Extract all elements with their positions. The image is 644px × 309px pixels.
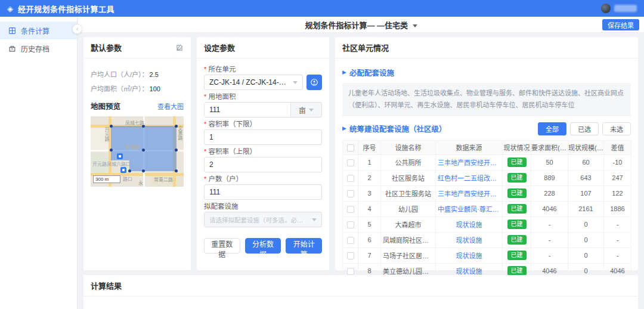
cell-status: 已建 bbox=[503, 232, 531, 248]
planned-facilities-select[interactable]: 请选择拟配套设施（可多选，必配设施会自动计算） bbox=[204, 212, 322, 227]
cell-source: 现状设施 bbox=[436, 248, 503, 263]
sidebar: 条件计算 历史存档 bbox=[0, 17, 78, 309]
cell-source: 中盛实业麟凤·尊汇-波工... bbox=[436, 201, 503, 217]
unit-select[interactable]: ZC-JK-14 / ZC-JK-14-B / ZC-JK-14-B-02 bbox=[204, 75, 303, 90]
source-link[interactable]: 三丰地产西安经开区项目... bbox=[438, 189, 500, 198]
cell-status: 已建 bbox=[503, 248, 531, 263]
far-upper-input[interactable] bbox=[204, 157, 322, 172]
table-row: 1公共厕所三丰地产西安经开区项目...已建5060-10 bbox=[343, 154, 631, 170]
filter-all-button[interactable]: 全部 bbox=[538, 122, 566, 135]
map-road-label: 永 bbox=[138, 181, 143, 186]
avg-population-value: 2.5 bbox=[150, 71, 159, 78]
row-checkbox[interactable] bbox=[347, 190, 354, 197]
cell-diff: - bbox=[604, 248, 631, 263]
sidebar-item-history-archive[interactable]: 历史存档 bbox=[0, 39, 77, 57]
built-status-badge: 已建 bbox=[507, 173, 527, 183]
sidebar-item-condition-calc[interactable]: 条件计算 bbox=[0, 21, 77, 39]
row-checkbox[interactable] bbox=[347, 206, 354, 213]
column-header: 要求面积(㎡) bbox=[531, 140, 568, 154]
row-checkbox[interactable] bbox=[347, 159, 354, 166]
filter-selected-button[interactable]: 已选 bbox=[570, 122, 599, 135]
category-dropdown[interactable]: 规划条件指标计算— —住宅类 bbox=[78, 19, 644, 30]
topbar: ◈ 经开规划条件指标计算工具 bbox=[0, 0, 644, 17]
cell-required-area: 889 bbox=[531, 170, 568, 186]
cell-current-scale: 0 bbox=[568, 248, 604, 263]
default-params-card: 默认参数 户均人口（人/户）：2.5 户均面积（㎡/户）：100 地图预览 查看… bbox=[83, 37, 191, 270]
chevron-down-icon bbox=[293, 81, 298, 84]
land-area-input[interactable] bbox=[205, 103, 290, 117]
source-link[interactable]: 红色村一二五组改造工程... bbox=[438, 173, 500, 183]
cell-source: 三丰地产西安经开区项目... bbox=[436, 186, 503, 201]
source-link[interactable]: 三丰地产西安经开区项目... bbox=[438, 157, 500, 167]
cell-name: 社区卫生服务站 bbox=[381, 186, 436, 201]
row-checkbox[interactable] bbox=[347, 221, 354, 228]
view-large-map-link[interactable]: 查看大图 bbox=[157, 101, 184, 111]
cell-diff: - bbox=[604, 217, 631, 232]
source-link[interactable]: 现状设施 bbox=[456, 251, 482, 260]
map-road-label: 开元路 bbox=[104, 127, 109, 141]
reset-data-button[interactable]: 重置数据 bbox=[204, 238, 240, 254]
analyze-data-button[interactable]: 分析数据 bbox=[245, 238, 281, 254]
map-scale: 300 m bbox=[93, 175, 120, 183]
cell-no: 7 bbox=[358, 248, 381, 263]
map-preview[interactable]: 凤城七路 开元路 文景路 彭德路 开元路凤城六路口 路口 常青二路 永 300 … bbox=[91, 116, 184, 187]
far-upper-field-label: 容积率（上限） bbox=[204, 147, 322, 157]
row-checkbox[interactable] bbox=[347, 252, 354, 259]
household-count-field-label: 户数（户） bbox=[204, 174, 322, 184]
column-header: 序号 bbox=[358, 140, 381, 154]
cell-required-area: 4046 bbox=[531, 201, 568, 217]
far-lower-input[interactable] bbox=[204, 129, 322, 145]
cell-diff: - bbox=[604, 232, 631, 248]
source-link[interactable]: 现状设施 bbox=[456, 266, 482, 276]
table-row: 7马场子社区居委会现状设施已建-0- bbox=[343, 248, 631, 263]
save-result-button[interactable]: 保存结果 bbox=[602, 19, 639, 30]
row-checkbox[interactable] bbox=[347, 268, 354, 275]
locate-on-map-button[interactable] bbox=[306, 75, 322, 90]
row-checkbox[interactable] bbox=[347, 175, 354, 182]
chevron-down-icon bbox=[413, 24, 417, 27]
cell-no: 5 bbox=[358, 217, 381, 232]
bus-station-icon bbox=[120, 167, 126, 173]
household-count-input[interactable] bbox=[204, 184, 322, 200]
map-junction-label: 路口 bbox=[123, 177, 132, 182]
cell-name: 大森超市 bbox=[381, 217, 436, 232]
edit-icon[interactable] bbox=[175, 44, 184, 52]
start-calc-button[interactable]: 开始计算 bbox=[286, 238, 322, 254]
source-link[interactable]: 现状设施 bbox=[456, 220, 482, 229]
page-title: 规划条件指标计算— —住宅类 bbox=[305, 21, 408, 30]
map-junction-label: 开元路凤城六路口 bbox=[92, 162, 131, 167]
row-checkbox bbox=[343, 154, 358, 170]
row-checkbox[interactable] bbox=[347, 237, 354, 244]
map-road-label: 常青二路 bbox=[154, 178, 173, 183]
cell-source: 现状设施 bbox=[436, 217, 503, 232]
filter-unselected-button[interactable]: 未选 bbox=[602, 122, 631, 135]
source-link[interactable]: 现状设施 bbox=[456, 235, 482, 245]
cell-status: 已建 bbox=[503, 201, 531, 217]
map-road-label: 凤城七路 bbox=[125, 121, 144, 126]
select-all-checkbox[interactable] bbox=[347, 144, 354, 152]
cell-required-area: 228 bbox=[531, 186, 568, 201]
user-avatar[interactable] bbox=[601, 4, 611, 13]
row-checkbox bbox=[343, 201, 358, 217]
row-checkbox bbox=[343, 232, 358, 248]
cell-status: 已建 bbox=[503, 154, 531, 170]
community-unit-card: 社区单元情况 ▶ 必配配套设施 儿童老年人活动场地、生活垃圾收集点、物业管理与服… bbox=[335, 37, 638, 270]
table-row: 5大森超市现状设施已建-0- bbox=[343, 217, 631, 232]
grid-icon bbox=[8, 27, 16, 35]
source-link[interactable]: 中盛实业麟凤·尊汇-波工... bbox=[438, 204, 500, 214]
area-unit-select[interactable]: 亩 bbox=[290, 103, 321, 117]
cell-required-area: - bbox=[531, 232, 568, 248]
page-header: 规划条件指标计算— —住宅类 保存结果 bbox=[78, 17, 644, 33]
cell-current-scale: 60 bbox=[568, 154, 604, 170]
username-redacted bbox=[614, 5, 637, 12]
column-header: 差值 bbox=[604, 140, 631, 154]
built-status-badge: 已建 bbox=[507, 220, 527, 229]
chevron-down-icon bbox=[312, 218, 317, 221]
cell-current-scale: 0 bbox=[568, 217, 604, 232]
planned-facilities-field-label: 拟配套设施 bbox=[204, 202, 322, 212]
map-road-label: 文景路 bbox=[177, 126, 182, 140]
cell-name: 公共厕所 bbox=[381, 154, 436, 170]
table-row: 4幼儿园中盛实业麟凤·尊汇-波工...已建404621611886 bbox=[343, 201, 631, 217]
required-facilities-section-title: ▶ 必配配套设施 bbox=[342, 67, 631, 78]
sidebar-collapse-icon[interactable]: ‹ bbox=[72, 24, 82, 34]
